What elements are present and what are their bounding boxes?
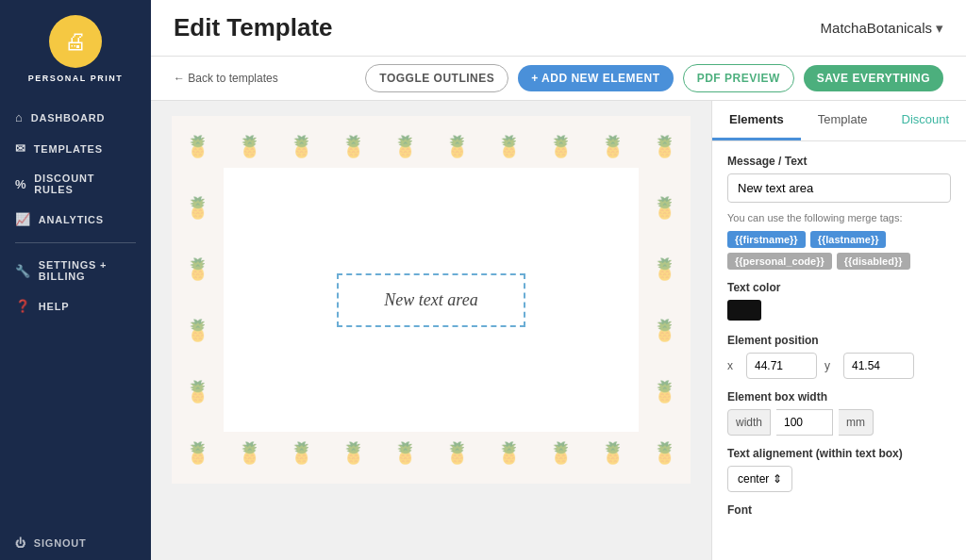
sidebar-item-label: DASHBOARD: [31, 112, 106, 124]
save-everything-button[interactable]: SAVE EVERYTHING: [804, 65, 943, 91]
width-label: width: [727, 409, 771, 436]
analytics-icon: 📈: [15, 212, 31, 226]
page-title: Edit Template: [174, 13, 333, 42]
y-position-input[interactable]: [843, 353, 914, 379]
pineapple-cell: 🍍: [639, 422, 691, 484]
signout-label: SIGNOUT: [34, 537, 87, 549]
x-position-input[interactable]: [746, 353, 817, 379]
message-label: Message / Text: [727, 155, 951, 168]
pineapple-cell: 🍍: [172, 422, 224, 484]
font-label: Font: [727, 503, 951, 517]
sidebar-item-label: SETTINGS + BILLING: [39, 259, 136, 282]
back-to-templates-link[interactable]: ← Back to templates: [174, 72, 278, 85]
alignment-select-row: center ⇕: [727, 466, 951, 492]
sidebar: 🖨 PERSONAL PRINT ⌂ DASHBOARD ✉ TEMPLATES…: [0, 0, 151, 560]
panel-tabs: Elements Template Discount: [712, 101, 966, 141]
settings-icon: 🔧: [15, 264, 31, 278]
sidebar-item-settings-billing[interactable]: 🔧 SETTINGS + BILLING: [0, 251, 151, 290]
right-panel: Elements Template Discount Message / Tex…: [711, 101, 966, 560]
sidebar-bottom: ⏻ SIGNOUT: [0, 526, 151, 560]
canvas-white-area: New text area: [224, 168, 639, 432]
sidebar-item-label: DISCOUNT RULES: [34, 173, 136, 195]
header: Edit Template MatchaBotanicals ▾: [151, 0, 966, 57]
pineapple-cell: 🍍: [172, 177, 224, 239]
text-alignment-label: Text alignement (within text box): [727, 447, 951, 460]
sidebar-item-templates[interactable]: ✉ TEMPLATES: [0, 133, 151, 164]
merge-hint: You can use the following merge tags:: [727, 212, 951, 223]
sidebar-item-label: TEMPLATES: [34, 143, 103, 155]
merge-tag-firstname[interactable]: {{firstname}}: [727, 231, 806, 248]
merge-tag-personal-code[interactable]: {{personal_code}}: [727, 253, 832, 270]
sidebar-item-dashboard[interactable]: ⌂ DASHBOARD: [0, 102, 151, 133]
position-row: x y: [727, 353, 951, 379]
pineapple-cell: 🍍: [172, 116, 224, 177]
template-canvas[interactable]: 🍍 🍍 🍍 🍍 🍍 🍍 🍍 🍍 🍍 🍍 🍍 🍍 🍍 🍍 🍍: [172, 116, 691, 484]
signout-icon: ⏻: [15, 537, 26, 549]
sidebar-item-discount-rules[interactable]: % DISCOUNT RULES: [0, 164, 151, 204]
x-label: x: [727, 359, 739, 372]
signout-button[interactable]: ⏻ SIGNOUT: [15, 537, 136, 549]
width-unit: mm: [839, 409, 874, 436]
content-area: 🍍 🍍 🍍 🍍 🍍 🍍 🍍 🍍 🍍 🍍 🍍 🍍 🍍 🍍 🍍: [151, 101, 966, 560]
canvas-area: 🍍 🍍 🍍 🍍 🍍 🍍 🍍 🍍 🍍 🍍 🍍 🍍 🍍 🍍 🍍: [151, 101, 711, 560]
add-new-element-button[interactable]: + ADD NEW ELEMENT: [518, 65, 673, 91]
pineapple-cell: 🍍: [172, 361, 224, 422]
element-box-width-label: Element box width: [727, 390, 951, 404]
pdf-preview-button[interactable]: PDF PREVIEW: [683, 64, 794, 92]
sidebar-brand: PERSONAL PRINT: [28, 74, 123, 83]
sidebar-item-label: ANALYTICS: [39, 214, 104, 225]
merge-tag-disabled[interactable]: {{disabled}}: [837, 253, 910, 270]
pineapple-cell: 🍍: [639, 116, 691, 177]
y-label: y: [824, 359, 836, 372]
nav-divider: [15, 242, 136, 243]
templates-icon: ✉: [15, 141, 26, 156]
alignment-value: center: [738, 472, 769, 486]
select-chevron-icon: ⇕: [773, 472, 782, 486]
help-icon: ❓: [15, 299, 31, 313]
text-element[interactable]: New text area: [337, 273, 525, 327]
chevron-down-icon[interactable]: ▾: [936, 20, 943, 37]
color-swatch[interactable]: [727, 300, 761, 321]
main-content: Edit Template MatchaBotanicals ▾ ← Back …: [151, 0, 966, 560]
alignment-select[interactable]: center ⇕: [727, 466, 792, 492]
pineapple-cell: 🍍: [639, 239, 691, 300]
logo-circle: 🖨: [49, 15, 102, 68]
panel-content: Message / Text You can use the following…: [712, 141, 966, 535]
brand-name: MatchaBotanicals: [821, 20, 932, 36]
header-brand: MatchaBotanicals ▾: [821, 20, 943, 37]
text-color-label: Text color: [727, 281, 951, 294]
discount-icon: %: [15, 177, 26, 191]
pineapple-cell: 🍍: [639, 300, 691, 361]
width-input[interactable]: [776, 409, 833, 436]
toolbar: ← Back to templates TOGGLE OUTLINES + AD…: [151, 57, 966, 101]
dashboard-icon: ⌂: [15, 110, 24, 124]
printer-icon: 🖨: [64, 28, 87, 55]
merge-tags-container: {{firstname}} {{lastname}} {{personal_co…: [727, 231, 951, 270]
message-input[interactable]: [727, 173, 951, 203]
sidebar-logo: 🖨 PERSONAL PRINT: [0, 0, 151, 94]
pineapple-cell: 🍍: [639, 361, 691, 422]
tab-discount[interactable]: Discount: [885, 101, 966, 140]
sidebar-nav: ⌂ DASHBOARD ✉ TEMPLATES % DISCOUNT RULES…: [0, 94, 151, 526]
tab-elements[interactable]: Elements: [712, 101, 801, 140]
merge-tag-lastname[interactable]: {{lastname}}: [810, 231, 887, 248]
pineapple-cell: 🍍: [172, 300, 224, 361]
pineapple-cell: 🍍: [172, 239, 224, 300]
sidebar-item-help[interactable]: ❓ HELP: [0, 290, 151, 321]
sidebar-item-label: HELP: [39, 301, 70, 312]
width-row: width mm: [727, 409, 951, 436]
sidebar-item-analytics[interactable]: 📈 ANALYTICS: [0, 204, 151, 235]
element-position-label: Element position: [727, 334, 951, 347]
tab-template[interactable]: Template: [801, 101, 885, 140]
toggle-outlines-button[interactable]: TOGGLE OUTLINES: [365, 64, 508, 92]
pineapple-cell: 🍍: [639, 177, 691, 239]
